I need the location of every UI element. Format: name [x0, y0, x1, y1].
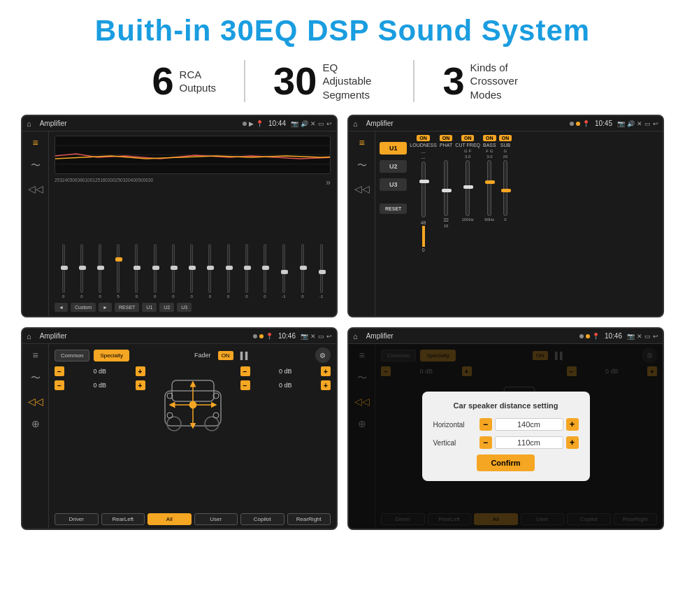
slider-track-12[interactable] — [264, 244, 266, 293]
slider-track-3[interactable] — [99, 244, 101, 293]
u2-button[interactable]: U2 — [159, 303, 174, 312]
slider-track-4[interactable] — [117, 244, 120, 293]
slider-thumb-2[interactable] — [79, 266, 86, 270]
slider-track-15[interactable] — [320, 244, 323, 293]
user-btn[interactable]: User — [194, 513, 238, 525]
u1-button[interactable]: U1 — [142, 303, 157, 312]
common-tab[interactable]: Common — [55, 350, 89, 361]
all-btn[interactable]: All — [147, 513, 192, 525]
slider-thumb-1[interactable] — [61, 266, 68, 270]
slider-15: -1 — [319, 244, 323, 299]
rearleft-btn[interactable]: RearLeft — [101, 513, 145, 525]
rearright-btn[interactable]: RearRight — [287, 513, 331, 525]
crossover-time: 10:45 — [595, 120, 612, 127]
u3-select[interactable]: U3 — [380, 178, 407, 191]
u3-button[interactable]: U3 — [177, 303, 192, 312]
vol4-minus[interactable]: − — [240, 380, 250, 390]
u1-select[interactable]: U1 — [380, 142, 407, 155]
vol3-plus[interactable]: + — [321, 366, 331, 376]
fader-icon[interactable]: ◁◁ — [28, 396, 43, 407]
slider-val-1: 0 — [62, 294, 64, 299]
wave-icon-2[interactable]: 〜 — [357, 159, 367, 172]
modal-overlay: Car speaker distance setting Horizontal … — [349, 344, 663, 529]
speaker-icon[interactable]: ◁◁ — [28, 183, 43, 194]
u2-select[interactable]: U2 — [380, 160, 407, 173]
slider-track-7[interactable] — [172, 244, 175, 293]
back-icon-4: ↩ — [653, 333, 658, 340]
play-button[interactable]: ► — [99, 303, 112, 312]
vol2-plus[interactable]: + — [136, 380, 145, 390]
loudness-slider[interactable] — [421, 162, 426, 217]
slider-track-6[interactable] — [154, 244, 157, 293]
slider-thumb-5[interactable] — [134, 266, 140, 270]
phat-slider[interactable] — [444, 160, 448, 216]
bass-slider[interactable] — [487, 160, 491, 216]
slider-thumb-15[interactable] — [319, 270, 326, 274]
slider-thumb-10[interactable] — [226, 266, 233, 270]
slider-thumb-4[interactable] — [115, 257, 122, 262]
slider-thumb-6[interactable] — [152, 266, 159, 270]
cutfreq-slider[interactable] — [466, 160, 470, 216]
settings-icon[interactable]: ⚙ — [315, 348, 331, 363]
horizontal-minus-btn[interactable]: − — [480, 418, 492, 431]
vol1-minus[interactable]: − — [55, 366, 64, 376]
slider-thumb-3[interactable] — [97, 266, 104, 270]
slider-val-14: 0 — [301, 294, 303, 299]
loudness-ctrl: ON LOUDNESS —— 48 0 — [410, 135, 437, 313]
slider-track-1[interactable] — [62, 244, 65, 293]
horizontal-plus-btn[interactable]: + — [566, 418, 579, 431]
vertical-plus-btn[interactable]: + — [566, 436, 579, 449]
vertical-minus-btn[interactable]: − — [480, 436, 492, 449]
vol4-plus[interactable]: + — [321, 380, 331, 390]
vertical-value: 110cm — [495, 436, 563, 449]
svg-point-5 — [167, 417, 181, 431]
vol3-minus[interactable]: − — [240, 366, 250, 376]
slider-thumb-12[interactable] — [262, 266, 269, 270]
cutfreq-val: 3.0 — [465, 155, 470, 159]
confirm-button[interactable]: Confirm — [477, 454, 534, 471]
cutfreq-thumb[interactable] — [463, 185, 473, 189]
slider-thumb-13[interactable] — [281, 270, 288, 274]
copilot-btn[interactable]: Copilot — [240, 513, 284, 525]
slider-track-5[interactable] — [135, 244, 138, 293]
slider-thumb-7[interactable] — [171, 266, 178, 270]
specialty-tab[interactable]: Specialty — [94, 350, 129, 361]
phat-thumb[interactable] — [442, 189, 452, 192]
slider-track-2[interactable] — [80, 244, 83, 293]
home-icon: ⌂ — [27, 120, 31, 128]
slider-track-10[interactable] — [227, 244, 230, 293]
slider-thumb-9[interactable] — [207, 266, 214, 270]
slider-track-9[interactable] — [208, 244, 211, 293]
slider-val-11: 0 — [245, 294, 247, 299]
slider-thumb-14[interactable] — [300, 266, 307, 270]
speaker-icon-2[interactable]: ◁◁ — [354, 183, 370, 194]
driver-btn[interactable]: Driver — [55, 513, 99, 525]
eq-icon-2[interactable]: ≡ — [359, 137, 364, 148]
cutfreq-ctrl: ON CUT FREQ GF 3.0 100Hz — [455, 135, 480, 313]
loudness-thumb[interactable] — [419, 180, 429, 183]
sub-slider[interactable] — [503, 160, 507, 216]
eq-screen-title: Amplifier — [40, 120, 238, 127]
bass-ctrl: ON BASS FG 3.0 90Hz — [483, 135, 496, 313]
slider-thumb-8[interactable] — [189, 266, 196, 270]
volume-icon: 🔊 — [301, 120, 308, 127]
slider-track-11[interactable] — [245, 244, 248, 293]
slider-track-8[interactable] — [190, 244, 193, 293]
fader-on-toggle[interactable]: ON — [218, 351, 233, 360]
eq-icon-3[interactable]: ≡ — [32, 350, 38, 361]
crossover-reset[interactable]: RESET — [380, 203, 407, 214]
prev-button[interactable]: ◄ — [55, 303, 68, 312]
wave-icon[interactable]: 〜 — [31, 159, 41, 172]
slider-track-13[interactable] — [282, 244, 285, 293]
vol2-minus[interactable]: − — [55, 380, 64, 390]
reset-button[interactable]: RESET — [115, 303, 139, 312]
vol1-plus[interactable]: + — [136, 366, 145, 376]
slider-track-14[interactable] — [301, 244, 304, 293]
sub-thumb[interactable] — [501, 189, 511, 192]
wave-icon-3[interactable]: 〜 — [31, 372, 41, 385]
slider-thumb-11[interactable] — [244, 266, 251, 270]
custom-button[interactable]: Custom — [71, 303, 96, 312]
expand-icon-3[interactable]: ⊕ — [31, 418, 40, 429]
bass-thumb[interactable] — [485, 180, 495, 184]
eq-icon[interactable]: ≡ — [32, 137, 38, 148]
